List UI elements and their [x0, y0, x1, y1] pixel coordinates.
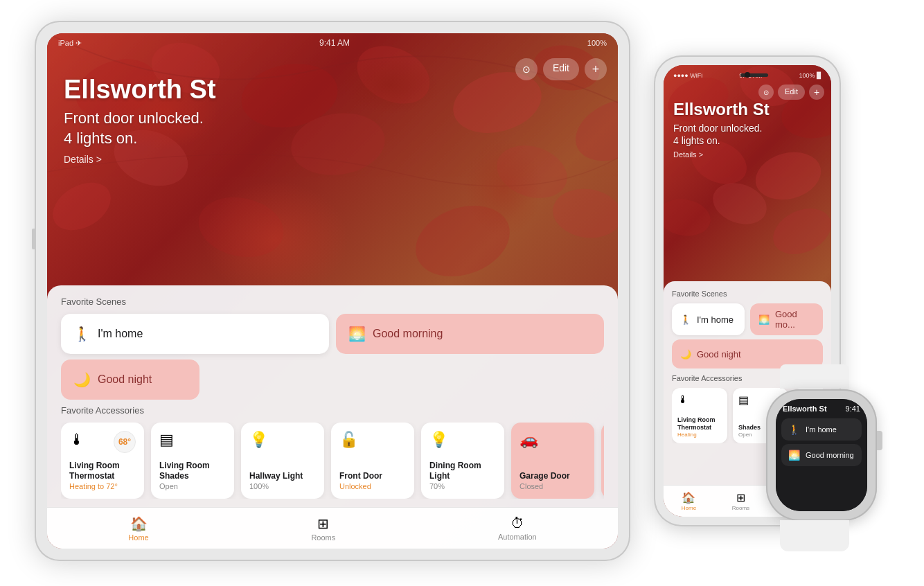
svg-point-19: [664, 195, 713, 240]
iphone-hero-section: Ellsworth St Front door unlocked. 4 ligh…: [673, 100, 770, 159]
iphone-acc-thermostat[interactable]: 🌡 Living Room Thermostat Heating: [672, 388, 727, 443]
iphone-scene-good-morning[interactable]: 🌅 Good mo...: [750, 303, 823, 335]
iphone-camera: [745, 72, 750, 78]
svg-point-9: [490, 137, 574, 207]
ipad-hallway-light-icon: 💡: [249, 431, 316, 449]
ipad-front-door-status: Unlocked: [339, 482, 406, 490]
iphone-edit-button[interactable]: Edit: [778, 85, 805, 100]
ipad-tab-rooms[interactable]: ⊞ Rooms: [311, 515, 335, 542]
ipad-dining-light-icon: 💡: [429, 431, 496, 449]
watch-band-top: [780, 364, 849, 389]
ipad-location-icon[interactable]: ⊙: [515, 58, 537, 80]
ipad-scenes-row-2: 🌙 Good night: [61, 359, 604, 400]
iphone-tab-rooms-icon: ⊞: [736, 491, 745, 504]
ipad-scenes-title: Favorite Scenes: [61, 296, 604, 307]
iphone-details-link[interactable]: Details >: [673, 150, 770, 159]
ipad-status-left: iPad ✈: [58, 39, 82, 48]
ipad-scene-good-morning[interactable]: 🌅 Good morning: [336, 314, 604, 354]
ipad-scene-im-home[interactable]: 🚶 I'm home: [61, 314, 329, 354]
watch-crown: [877, 431, 882, 450]
ipad-edit-button[interactable]: Edit: [543, 58, 579, 80]
iphone-scene-good-night-label: Good night: [697, 349, 741, 359]
ipad-tab-automation-icon: ⏱: [510, 515, 524, 531]
ipad-tab-home-label: Home: [128, 533, 148, 542]
ipad-screen: iPad ✈ 9:41 AM 100% ⊙ Edit + Ellsworth S…: [47, 33, 618, 549]
watch-band-bottom: [780, 520, 849, 551]
iphone-thermostat-icon: 🌡: [677, 393, 722, 406]
ipad-garage-icon: 🚗: [519, 431, 586, 449]
svg-point-13: [550, 184, 618, 242]
ipad-home-name: Ellsworth St: [64, 75, 216, 105]
iphone-scene-good-morning-label: Good mo...: [775, 309, 815, 330]
ipad-thermostat-status: Heating to 72°: [69, 482, 136, 490]
svg-point-8: [287, 107, 389, 181]
ipad-scene-good-morning-icon: 🌅: [348, 326, 366, 342]
ipad-scenes-row: 🚶 I'm home 🌅 Good morning: [61, 314, 604, 354]
ipad-accessories-row: 🌡 68° Living Room Thermostat Heating to …: [61, 423, 604, 499]
watch-scene-good-morning[interactable]: 🌅 Good morning: [781, 444, 862, 466]
ipad-acc-shades[interactable]: ▤ Living Room Shades Open: [151, 423, 234, 499]
ipad-temp-badge: 68°: [114, 431, 136, 453]
ipad-shades-name: Living Room Shades: [159, 461, 226, 482]
ipad-dining-light-name: Dining Room Light: [429, 461, 496, 482]
ipad-thermostat-name: Living Room Thermostat: [69, 461, 136, 482]
watch-header: Ellsworth St 9:41: [776, 399, 867, 416]
ipad-scene-good-night-label: Good night: [98, 373, 152, 386]
ipad-dining-light-status: 70%: [429, 482, 496, 490]
ipad-garage-status: Closed: [519, 482, 586, 490]
watch-scene-good-morning-icon: 🌅: [788, 450, 800, 461]
ipad-thermostat-icon: 🌡: [69, 431, 85, 449]
watch-scene-im-home[interactable]: 🚶 I'm home: [781, 418, 862, 441]
ipad-tab-automation[interactable]: ⏱ Automation: [498, 515, 537, 541]
watch-home-name: Ellsworth St: [783, 405, 827, 413]
iphone-scenes-title: Favorite Scenes: [672, 290, 823, 298]
ipad-acc-smoke[interactable]: ▦ Living Room Smoke Det...: [601, 423, 604, 499]
ipad-tabbar: 🏠 Home ⊞ Rooms ⏱ Automation: [47, 507, 618, 549]
svg-point-10: [47, 173, 119, 240]
iphone-tab-rooms-label: Rooms: [732, 505, 749, 511]
iphone-status-right: 100% ▉: [799, 72, 821, 79]
svg-point-6: [566, 87, 618, 172]
ipad-scene-good-night[interactable]: 🌙 Good night: [61, 359, 199, 400]
iphone-thermostat-name: Living Room Thermostat: [677, 416, 722, 432]
watch-scene-im-home-label: I'm home: [806, 425, 837, 434]
ipad-details-link[interactable]: Details >: [64, 154, 216, 165]
ipad-add-button[interactable]: +: [585, 58, 607, 80]
ipad-side-button: [32, 229, 35, 249]
iphone-top-buttons: ⊙ Edit +: [758, 85, 824, 100]
ipad-acc-garage[interactable]: 🚗 Garage Door Closed: [511, 423, 594, 499]
iphone-status-left: ●●●● WiFi: [673, 72, 702, 79]
iphone-tab-home[interactable]: 🏠 Home: [682, 491, 696, 511]
ipad-acc-front-door[interactable]: 🔓 Front Door Unlocked: [331, 423, 414, 499]
iphone-home-status: Front door unlocked. 4 lights on.: [673, 122, 770, 147]
ipad-hallway-light-name: Hallway Light: [249, 471, 316, 482]
ipad-front-door-icon: 🔓: [339, 431, 406, 449]
ipad-acc-hallway-light[interactable]: 💡 Hallway Light 100%: [241, 423, 324, 499]
iphone-scene-good-morning-icon: 🌅: [758, 314, 770, 325]
ipad-tab-rooms-icon: ⊞: [317, 515, 329, 532]
ipad-scene-good-night-icon: 🌙: [73, 371, 91, 388]
watch-scene-im-home-icon: 🚶: [788, 424, 800, 435]
iphone-thermostat-status: Heating: [677, 432, 722, 438]
ipad-device: iPad ✈ 9:41 AM 100% ⊙ Edit + Ellsworth S…: [35, 21, 630, 561]
ipad-hero-section: Ellsworth St Front door unlocked. 4 ligh…: [64, 75, 216, 165]
iphone-add-button[interactable]: +: [809, 85, 824, 100]
svg-point-21: [707, 176, 772, 231]
ipad-shades-status: Open: [159, 482, 226, 490]
iphone-location-icon[interactable]: ⊙: [758, 85, 774, 100]
ipad-tab-home[interactable]: 🏠 Home: [128, 515, 148, 542]
ipad-acc-thermostat[interactable]: 🌡 68° Living Room Thermostat Heating to …: [61, 423, 144, 499]
iphone-tab-rooms[interactable]: ⊞ Rooms: [732, 491, 749, 511]
ipad-scene-im-home-label: I'm home: [98, 328, 143, 340]
ipad-status-right: 100%: [587, 39, 607, 47]
apple-watch-device: Ellsworth St 9:41 🚶 I'm home 🌅 Good morn…: [759, 378, 884, 531]
svg-point-11: [193, 190, 290, 265]
ipad-home-status: Front door unlocked. 4 lights on.: [64, 109, 216, 148]
svg-point-20: [765, 199, 831, 263]
watch-case: Ellsworth St 9:41 🚶 I'm home 🌅 Good morn…: [766, 389, 877, 521]
iphone-scene-im-home[interactable]: 🚶 I'm home: [672, 303, 745, 335]
ipad-acc-dining-light[interactable]: 💡 Dining Room Light 70%: [421, 423, 504, 499]
iphone-scene-im-home-label: I'm home: [697, 314, 734, 325]
iphone-scene-im-home-icon: 🚶: [680, 314, 691, 325]
ipad-status-time: 9:41 AM: [319, 38, 350, 48]
